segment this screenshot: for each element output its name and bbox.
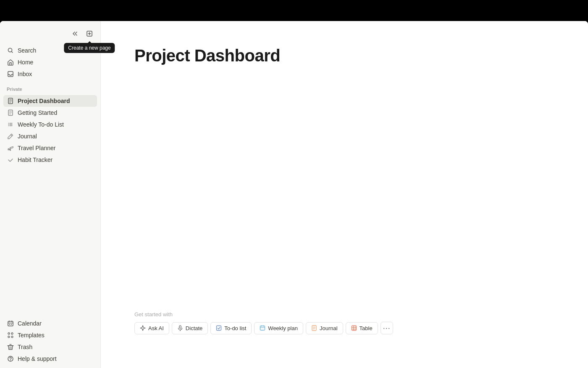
private-nav: Project Dashboard Getting Started [0, 93, 100, 167]
collapse-sidebar-button[interactable] [70, 28, 82, 40]
journal-button[interactable]: Journal [306, 322, 343, 334]
weekly-plan-label: Weekly plan [268, 325, 298, 331]
checkbox-icon [216, 325, 222, 331]
calendar-icon [7, 320, 14, 327]
mic-icon [177, 325, 183, 331]
dictate-label: Dictate [186, 325, 202, 331]
trash-icon [7, 343, 14, 351]
sidebar-toolbar: Create a new page [0, 24, 100, 43]
sidebar-item-label: Templates [18, 332, 45, 339]
sidebar-item-label: Search [18, 47, 36, 54]
app-container: Create a new page Search [0, 21, 588, 368]
list-icon [7, 121, 14, 128]
more-actions-button[interactable]: ··· [381, 322, 393, 334]
sidebar-item-label: Calendar [18, 320, 42, 327]
sidebar-item-trash[interactable]: Trash [3, 341, 97, 353]
new-page-button[interactable]: Create a new page [84, 28, 95, 40]
svg-point-16 [10, 360, 11, 361]
svg-point-13 [8, 336, 10, 338]
table-icon [351, 325, 357, 331]
section-private-label: Private [0, 82, 100, 93]
sidebar-item-travel-planner[interactable]: Travel Planner [3, 142, 97, 154]
sidebar-item-label: Journal [18, 133, 37, 140]
sidebar-item-label: Travel Planner [18, 145, 56, 151]
dictate-button[interactable]: Dictate [172, 322, 208, 334]
templates-icon [7, 331, 14, 339]
sidebar-item-label: Getting Started [18, 109, 57, 116]
topbar [0, 0, 588, 21]
quick-actions: Ask AI Dictate [134, 322, 554, 334]
main-content: Project Dashboard Get started with Ask A… [101, 21, 588, 368]
plane-icon [7, 144, 14, 152]
help-icon [7, 355, 14, 363]
svg-rect-2 [8, 71, 13, 77]
home-icon [7, 58, 14, 66]
more-icon: ··· [383, 324, 391, 333]
svg-point-12 [11, 333, 13, 334]
svg-rect-10 [11, 324, 12, 325]
svg-rect-19 [260, 326, 265, 330]
sidebar-item-label: Trash [18, 344, 32, 350]
todo-list-label: To-do list [224, 325, 246, 331]
ai-icon [140, 325, 146, 331]
weekly-plan-icon [260, 325, 265, 331]
sidebar-item-calendar[interactable]: Calendar [3, 318, 97, 329]
sidebar-item-inbox[interactable]: Inbox [3, 68, 97, 80]
document-icon [7, 97, 14, 105]
table-button[interactable]: Table [346, 322, 378, 334]
sidebar-item-habit-tracker[interactable]: Habit Tracker [3, 154, 97, 166]
sidebar-item-help[interactable]: Help & support [3, 353, 97, 365]
document-icon [7, 109, 14, 116]
svg-rect-8 [8, 321, 13, 326]
sidebar-item-label: Habit Tracker [18, 156, 52, 163]
ask-ai-label: Ask AI [148, 325, 164, 331]
svg-rect-9 [9, 324, 10, 325]
pencil-icon [7, 132, 14, 140]
sidebar-item-weekly-todo[interactable]: Weekly To-do List [3, 119, 97, 130]
sidebar-nav: Search Home [0, 43, 100, 82]
sidebar-item-label: Weekly To-do List [18, 121, 64, 128]
sidebar-item-project-dashboard[interactable]: Project Dashboard [3, 95, 97, 107]
get-started-area: Get started with Ask AI [134, 311, 554, 334]
inbox-icon [7, 70, 14, 78]
svg-point-6 [8, 124, 9, 125]
sidebar-item-home[interactable]: Home [3, 56, 97, 68]
table-label: Table [360, 325, 373, 331]
svg-rect-17 [179, 326, 181, 328]
checkmark-icon [7, 156, 14, 164]
sidebar-item-journal[interactable]: Journal [3, 130, 97, 142]
sidebar-bottom: Calendar Templates [0, 316, 100, 368]
svg-point-7 [8, 125, 9, 126]
get-started-label: Get started with [134, 311, 554, 318]
sidebar-item-templates[interactable]: Templates [3, 329, 97, 341]
svg-point-11 [8, 333, 10, 334]
svg-point-5 [8, 123, 9, 124]
weekly-plan-button[interactable]: Weekly plan [254, 322, 303, 334]
todo-list-button[interactable]: To-do list [210, 322, 252, 334]
ask-ai-button[interactable]: Ask AI [134, 322, 169, 334]
sidebar-item-getting-started[interactable]: Getting Started [3, 107, 97, 119]
svg-rect-18 [217, 326, 221, 331]
page-title: Project Dashboard [134, 46, 554, 65]
sidebar-item-label: Inbox [18, 71, 32, 77]
search-icon [7, 47, 14, 54]
sidebar: Create a new page Search [0, 21, 101, 368]
journal-icon [311, 325, 317, 331]
journal-label: Journal [320, 325, 338, 331]
sidebar-item-label: Help & support [18, 355, 57, 362]
svg-point-14 [11, 336, 13, 338]
sidebar-item-search[interactable]: Search [3, 45, 97, 56]
sidebar-item-label: Project Dashboard [18, 98, 70, 104]
sidebar-item-label: Home [18, 59, 33, 66]
svg-rect-21 [352, 326, 356, 331]
